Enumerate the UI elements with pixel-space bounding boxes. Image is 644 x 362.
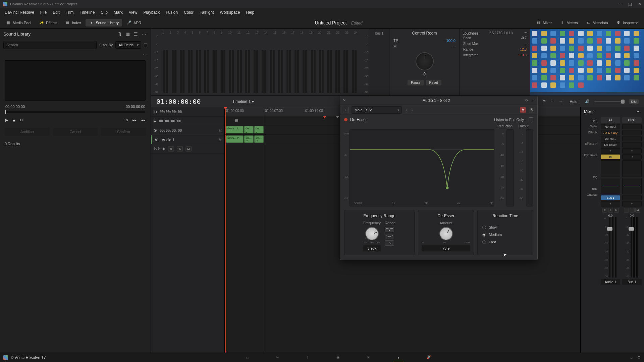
preview-scrubber[interactable] [5,111,145,113]
menu-fairlight[interactable]: Fairlight [197,9,217,16]
bypass-indicator-icon[interactable] [344,118,347,121]
reset-button[interactable]: Reset [426,80,441,85]
eq-slot[interactable] [601,178,620,194]
nav-next-icon[interactable]: › [145,52,147,56]
audio-clip[interactable]: dees... R [226,135,244,143]
add-preset-icon[interactable]: + [343,107,349,113]
menu-fusion[interactable]: Fusion [163,9,180,16]
sound-library-button[interactable]: ♪Sound Library [86,19,122,26]
effects-button[interactable]: ✨Effects [36,19,60,26]
clock-icon[interactable]: ⦿ [154,129,157,132]
home-icon[interactable]: ⌂ [630,355,633,360]
compare-a-button[interactable]: A [520,107,526,113]
menu-color[interactable]: Color [181,9,196,16]
range-notch-icon[interactable] [385,227,394,232]
filter-select[interactable]: All Fields [115,41,141,49]
menu-view[interactable]: View [126,9,140,16]
listen-ess-checkbox[interactable] [529,117,533,122]
compare-b-button[interactable]: B [529,107,535,113]
audio-clip[interactable]: dees... L [226,126,244,133]
audition-button[interactable]: Audition [5,128,50,136]
page-fairlight[interactable]: ♪ [395,354,402,361]
fx-in-button[interactable]: In [622,154,642,160]
menu-playback[interactable]: Playback [141,9,162,16]
audio-clip[interactable]: de... L [244,126,254,133]
page-cut[interactable]: ✂ [274,354,281,361]
grid-view-icon[interactable]: ▦ [124,31,131,37]
add-bus-button[interactable]: + [622,201,642,206]
input-slot[interactable] [622,124,642,129]
dim-button[interactable]: DIM [629,99,639,104]
fx-slot[interactable] [622,142,642,147]
fader[interactable] [631,217,632,278]
fx-slot[interactable] [622,136,642,141]
page-color[interactable]: ☀ [365,354,372,361]
timecode-display[interactable]: 01:00:00:00 [156,98,201,106]
fx-slot[interactable]: De-Esser [601,142,620,147]
order-slot[interactable]: FX DY EQ [601,130,620,135]
list-view-icon[interactable]: ☰ [132,31,139,37]
bus-output[interactable]: Bus 1 [601,195,620,200]
reaction-medium[interactable]: Medium [482,231,528,238]
metadata-button[interactable]: 🏷Metadata [583,19,611,26]
add-bus-button[interactable]: + [601,201,620,206]
confirm-button[interactable]: Confirm [101,128,146,136]
send-icon[interactable]: → [559,100,562,104]
amount-knob[interactable] [439,227,453,240]
options-icon[interactable]: ⋯ [550,99,554,104]
options-icon[interactable]: ⋯ [141,31,147,37]
settings-icon[interactable]: ⚙ [637,355,641,360]
menu-davinci-resolve[interactable]: DaVinci Resolve [2,9,37,16]
preset-select[interactable]: Male ESS* [352,106,402,114]
search-input[interactable] [3,41,97,49]
prev-icon[interactable]: ◂◂ [141,118,145,122]
automation-mode[interactable]: Auto [567,99,580,105]
nav-prev-icon[interactable]: ‹ [143,52,145,56]
mute-button[interactable]: M [185,146,192,152]
fader[interactable] [609,217,610,278]
frequency-knob[interactable] [365,227,379,240]
add-fx-button[interactable]: + [601,148,620,154]
menu-workspace[interactable]: Workspace [217,9,243,16]
dynamics-slot[interactable] [622,160,642,177]
fx-in-button[interactable]: In [601,154,620,160]
inspector-button[interactable]: ✽Inspector [613,19,641,26]
play-icon[interactable]: ▶ [5,118,8,122]
frequency-value[interactable]: 3.98k [363,245,381,251]
audio-clip[interactable]: de... R [244,135,254,143]
menu-trim[interactable]: Trim [63,9,76,16]
pause-button[interactable]: Pause [408,80,424,85]
preset-next-icon[interactable]: › [411,108,414,112]
index-button[interactable]: ☰Index [62,19,84,26]
solo-button[interactable]: S [177,146,183,152]
menu-help[interactable]: Help [243,9,257,16]
range-wide-icon[interactable] [385,234,394,239]
in-out-icon[interactable]: ⇥ [125,118,128,122]
plugin-close-icon[interactable]: ✕ [343,98,347,103]
speaker-icon[interactable]: 🔊 [585,99,590,104]
bus-output[interactable] [622,195,642,200]
stop-icon[interactable]: ■ [13,118,15,122]
timeline-name[interactable]: Timeline 1 ▾ [232,99,254,104]
track-gain[interactable]: 0.0 [154,147,160,150]
plugin-menu-icon[interactable]: ⋯ [531,98,535,103]
reaction-slow[interactable]: Slow [482,224,528,231]
eq-curve-display[interactable]: 500Hz1k2k4k8k [350,129,494,206]
input-slot[interactable]: No Input [601,124,620,129]
page-deliver[interactable]: 🚀 [425,354,432,361]
add-fx-button[interactable]: + [622,148,642,154]
audio-clip[interactable]: de... R [254,135,264,143]
page-edit[interactable]: ⫴ [305,354,311,361]
plugin-refresh-icon[interactable]: ⟳ [525,98,528,103]
audio-clip[interactable]: de... L [254,126,264,133]
mixer-menu-icon[interactable]: ⋯ [637,109,641,114]
refresh-icon[interactable]: ⟳ [543,99,546,104]
amount-value[interactable]: 73.9 [422,245,470,251]
monitor-slider[interactable] [594,101,625,102]
dynamics-slot[interactable] [601,160,620,177]
order-slot[interactable] [622,130,642,135]
menu-mark[interactable]: Mark [111,9,125,16]
menu-timeline[interactable]: Timeline [77,9,97,16]
monitor-knob[interactable] [416,52,434,70]
play-marker-icon[interactable]: ▶ [154,119,156,123]
